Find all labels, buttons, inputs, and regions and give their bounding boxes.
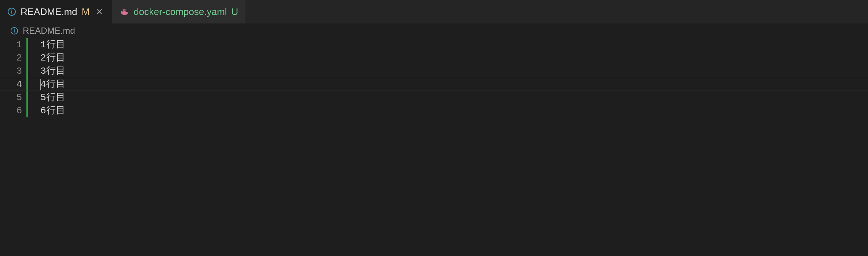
tab-label: README.md xyxy=(21,7,77,17)
code-line[interactable]: 3行目 xyxy=(40,65,868,78)
tab-docker-compose[interactable]: docker-compose.yaml U xyxy=(112,0,245,23)
tab-bar: README.md M docker-compose.yaml U xyxy=(0,0,868,23)
svg-point-2 xyxy=(12,10,12,10)
svg-point-12 xyxy=(14,29,15,29)
git-status-modified: M xyxy=(82,7,90,17)
close-icon[interactable] xyxy=(94,6,105,17)
info-icon xyxy=(10,27,18,35)
svg-rect-6 xyxy=(123,11,124,12)
code-line[interactable]: 5行目 xyxy=(40,91,868,104)
gutter: 123456 xyxy=(0,38,26,117)
line-number: 6 xyxy=(0,104,26,117)
line-number: 2 xyxy=(0,51,26,65)
svg-rect-8 xyxy=(123,10,124,11)
diff-added-marker xyxy=(26,38,28,117)
code-line[interactable]: 1行目 xyxy=(40,38,868,51)
svg-rect-7 xyxy=(124,11,125,12)
line-number: 4 xyxy=(0,78,26,91)
breadcrumb-label: README.md xyxy=(23,26,75,36)
code-line[interactable]: 6行目 xyxy=(40,104,868,117)
editor[interactable]: 1234561行目2行目3行目4行目5行目6行目 xyxy=(0,38,868,256)
git-status-untracked: U xyxy=(231,7,238,17)
tab-label: docker-compose.yaml xyxy=(134,7,227,17)
line-number: 1 xyxy=(0,38,26,51)
text-cursor xyxy=(40,79,41,90)
line-number: 3 xyxy=(0,65,26,78)
svg-rect-5 xyxy=(121,11,123,12)
code-line[interactable]: 4行目 xyxy=(40,78,868,91)
svg-rect-9 xyxy=(124,10,125,11)
info-icon xyxy=(7,7,16,16)
code-area[interactable]: 1行目2行目3行目4行目5行目6行目 xyxy=(40,38,868,117)
tab-readme[interactable]: README.md M xyxy=(0,0,112,23)
code-line[interactable]: 2行目 xyxy=(40,51,868,65)
docker-icon xyxy=(120,7,129,17)
breadcrumb[interactable]: README.md xyxy=(0,23,868,38)
line-number: 5 xyxy=(0,91,26,104)
